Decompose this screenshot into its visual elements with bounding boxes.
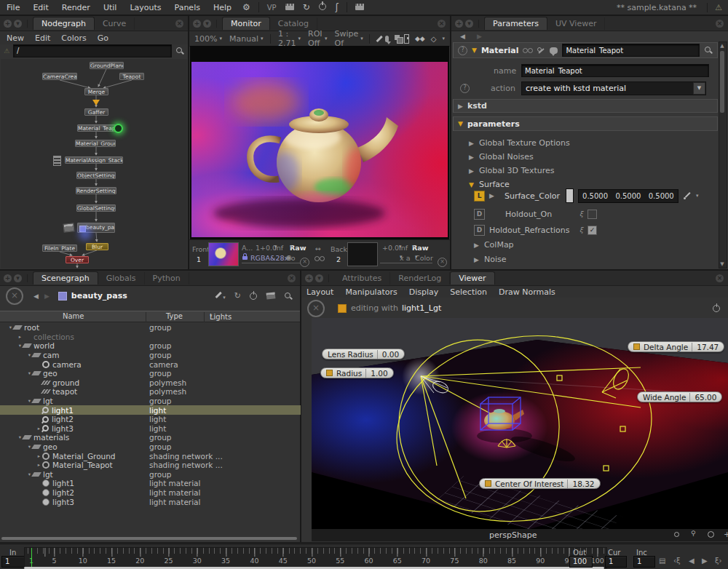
frame-ruler[interactable]: 1510152025303540455055606570758085909510…: [24, 547, 607, 568]
pane-add-icon[interactable]: +: [4, 20, 12, 28]
center-of-interest-pill[interactable]: Center Of Interest18.32: [479, 478, 601, 489]
viewer-menu-display[interactable]: Display: [409, 287, 439, 297]
pane-menu-icon[interactable]: ▾: [203, 20, 211, 28]
node-name-input[interactable]: [562, 44, 700, 57]
close-icon[interactable]: ×: [175, 20, 183, 28]
keyframe-icon[interactable]: ξ: [579, 226, 583, 234]
pane-menu-icon[interactable]: ▾: [14, 274, 22, 282]
lock-icon[interactable]: [242, 256, 248, 260]
scrollbar-thumb[interactable]: [720, 51, 724, 113]
scenegraph-row-geo[interactable]: ▾geogroup: [0, 369, 326, 378]
step-back-icon[interactable]: ◀: [689, 557, 695, 565]
scenegraph-row-geo[interactable]: ▾geogroup: [0, 442, 326, 452]
scenegraph-row-light3[interactable]: ▸light3light: [0, 424, 336, 434]
tab-globals[interactable]: Globals: [98, 272, 145, 284]
chevron-down-icon[interactable]: ▾: [443, 36, 446, 41]
scenegraph-row-lgt[interactable]: ▾lgtgroup: [0, 470, 326, 480]
node-FileIn_Plate[interactable]: FileIn_Plate: [42, 244, 77, 252]
nodegraph-menu-new[interactable]: New: [7, 33, 24, 43]
nodegraph-canvas[interactable]: GroundPlaneCameraCreateTeapotMergeGaffer…: [1, 59, 187, 268]
diamonds-icon[interactable]: ◆◆: [415, 35, 425, 42]
expand-triangle-icon[interactable]: ▼: [458, 120, 463, 127]
prev-key-icon[interactable]: ‹ξ: [673, 557, 681, 565]
column-type[interactable]: Type: [166, 312, 183, 320]
plus-icon[interactable]: +: [724, 530, 728, 539]
render-icon[interactable]: [266, 292, 276, 299]
view-indicator-icon[interactable]: [114, 124, 123, 133]
group-global-texture-options[interactable]: ▶Global Texture Options: [469, 138, 728, 148]
link-icon[interactable]: [523, 47, 533, 53]
tab-nodegraph[interactable]: Nodegraph: [33, 17, 95, 30]
light-source-icon[interactable]: [421, 376, 450, 395]
playhead[interactable]: [31, 548, 32, 568]
default-badge[interactable]: D: [474, 209, 485, 220]
node-ObjectSettings[interactable]: ObjectSettings: [76, 172, 116, 179]
scenegraph-row-light1[interactable]: light1light material: [0, 479, 336, 488]
node-Gaffer[interactable]: Gaffer: [84, 108, 108, 116]
scenegraph-row-root[interactable]: ▾rootgroup: [0, 323, 307, 333]
nodegraph-menu-go[interactable]: Go: [98, 33, 108, 43]
color-values[interactable]: 0.5000 0.5000 0.5000: [578, 189, 678, 203]
node-GroundPlane[interactable]: GroundPlane: [90, 62, 124, 69]
hook-icon[interactable]: ʃ: [336, 2, 339, 12]
scenegraph-column-header[interactable]: Name Type ▾ Lights: [0, 311, 300, 322]
tab-parameters[interactable]: Parameters: [484, 17, 547, 30]
scenegraph-row-light2[interactable]: light2light: [0, 415, 336, 424]
node-Material_Ground[interactable]: Material_Ground: [75, 140, 116, 147]
node-CameraCreate[interactable]: CameraCreate: [42, 73, 77, 80]
clear-edit-icon[interactable]: ×: [307, 300, 325, 317]
scroll-up-icon[interactable]: ▲: [719, 42, 725, 49]
front-alpha[interactable]: A...: [242, 244, 253, 252]
collapsed-triangle-icon[interactable]: ▶: [489, 192, 494, 199]
clear-context-icon[interactable]: ×: [6, 287, 23, 305]
default-badge[interactable]: D: [474, 225, 485, 236]
scenegraph-row-camera[interactable]: cameracamera: [0, 359, 336, 369]
scrollbar[interactable]: ▲ ▼: [719, 41, 727, 268]
menu-panels[interactable]: Panels: [168, 3, 207, 12]
history-forward-icon[interactable]: ▶: [44, 293, 50, 300]
lens-radius-pill[interactable]: Lens Radius0.00: [322, 349, 405, 359]
tab-viewer[interactable]: Viewer: [450, 271, 494, 284]
inc-field[interactable]: 1: [633, 556, 655, 568]
visibility-dot-icon[interactable]: [674, 532, 679, 537]
next-key-icon[interactable]: ξ›: [715, 557, 722, 565]
expand-icon[interactable]: [404, 34, 409, 44]
menu-util[interactable]: Util: [97, 3, 123, 12]
local-badge[interactable]: L: [474, 191, 485, 202]
viewer-menu-selection[interactable]: Selection: [450, 287, 487, 297]
column-name[interactable]: Name: [63, 312, 84, 320]
annotate-icon[interactable]: [375, 34, 379, 43]
comment-icon[interactable]: [385, 36, 389, 42]
tab-monitor[interactable]: Monitor: [222, 17, 270, 30]
light-pin-icon[interactable]: ⚲: [691, 530, 696, 537]
node-Merge[interactable]: Merge: [84, 88, 108, 95]
scenegraph-row-light3[interactable]: light3light material: [0, 497, 336, 506]
node-search-input[interactable]: [13, 44, 172, 57]
light-cone[interactable]: [383, 318, 665, 529]
monitor-dropdown-0[interactable]: 100%▾: [194, 34, 222, 44]
clear-front-icon[interactable]: ×: [300, 258, 309, 267]
out-field[interactable]: 100: [569, 556, 593, 568]
link-icon[interactable]: [314, 255, 325, 261]
flipbook-icon[interactable]: ▤: [659, 557, 665, 565]
material-node-header[interactable]: ? ▼ Material: [453, 42, 718, 58]
group-colmap[interactable]: ▶ColMap: [474, 240, 728, 250]
nodegraph-menu-colors[interactable]: Colors: [61, 33, 86, 43]
scenegraph-row-ground[interactable]: groundpolymesh: [0, 378, 336, 388]
refresh-icon[interactable]: ↻: [303, 2, 310, 12]
tab-python[interactable]: Python: [145, 272, 189, 284]
wrench-icon[interactable]: [537, 47, 545, 55]
menu-render[interactable]: Render: [55, 3, 97, 12]
pane-add-icon[interactable]: +: [193, 20, 201, 28]
swap-icon[interactable]: ↔: [315, 244, 321, 252]
radius-pill[interactable]: Radius1.00: [320, 367, 394, 378]
monitor-image-area[interactable]: [190, 46, 449, 240]
node-Material_Teapot[interactable]: Material_Teapot: [77, 124, 116, 132]
scenegraph-row-light2[interactable]: light2light material: [0, 488, 336, 498]
front-color-mode[interactable]: Co✱: [286, 254, 292, 262]
monitor-dropdown-1[interactable]: Manual▾: [229, 34, 264, 44]
tab-curve[interactable]: Curve: [95, 17, 135, 30]
camera-name[interactable]: perspShape: [489, 530, 537, 540]
keyframe-icon[interactable]: ξ: [579, 210, 583, 218]
warning-icon[interactable]: ⚠: [707, 3, 722, 12]
